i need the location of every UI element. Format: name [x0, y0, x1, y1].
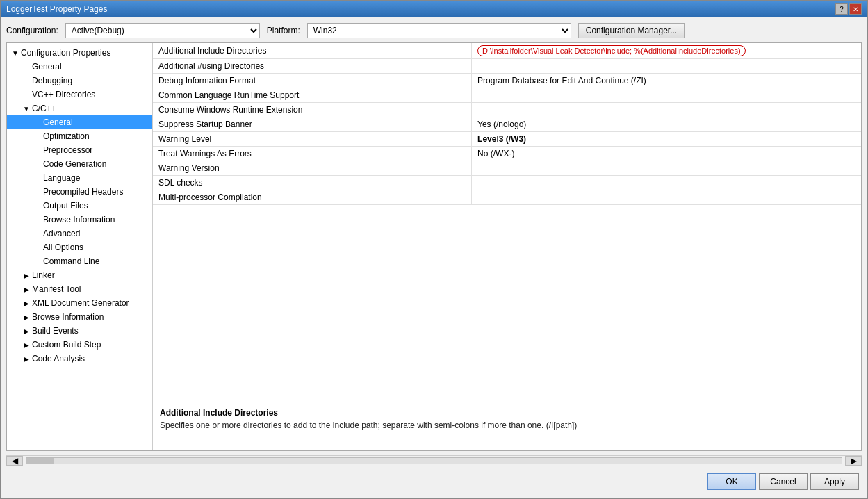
sidebar-item-build-events[interactable]: ▶ Build Events [7, 324, 152, 338]
spacer-icon [32, 214, 43, 225]
sidebar-item-label: Build Events [32, 326, 79, 336]
sidebar-item-cpp-optimization[interactable]: Optimization [7, 129, 152, 143]
spacer-icon [21, 89, 32, 100]
apply-button[interactable]: Apply [810, 473, 859, 490]
sidebar-item-cpp-precompiled-headers[interactable]: Precompiled Headers [7, 185, 152, 199]
horizontal-scrollbar[interactable] [26, 457, 842, 464]
spacer-icon [32, 228, 43, 239]
prop-value: Program Database for Edit And Continue (… [472, 74, 861, 88]
properties-table: Additional Include DirectoriesD:\install… [153, 43, 861, 402]
scroll-right-button[interactable]: ▶ [845, 456, 862, 466]
description-bar: Additional Include Directories Specifies… [153, 402, 861, 450]
sidebar-item-label: VC++ Directories [32, 90, 95, 99]
main-content: ▼ Configuration Properties General Debug… [6, 42, 862, 451]
sidebar-item-label: Code Generation [43, 159, 106, 169]
sidebar: ▼ Configuration Properties General Debug… [7, 43, 153, 450]
sidebar-item-label: Precompiled Headers [43, 187, 123, 197]
sidebar-item-vcpp-directories[interactable]: VC++ Directories [7, 88, 152, 101]
cancel-button[interactable]: Cancel [759, 473, 808, 490]
spacer-icon [32, 172, 43, 183]
table-row[interactable]: SDL checks [153, 176, 861, 190]
prop-value [472, 88, 861, 103]
prop-name: Additional #using Directories [153, 59, 472, 74]
sidebar-item-linker[interactable]: ▶ Linker [7, 268, 152, 282]
table-row[interactable]: Consume Windows Runtime Extension [153, 103, 861, 117]
sidebar-item-label: Preprocessor [43, 145, 92, 155]
sidebar-item-cpp-language[interactable]: Language [7, 171, 152, 185]
sidebar-item-label: C/C++ [32, 104, 56, 113]
sidebar-item-cpp-command-line[interactable]: Command Line [7, 254, 152, 268]
table-row[interactable]: Warning LevelLevel3 (/W3) [153, 132, 861, 147]
sidebar-item-label: General [32, 62, 62, 72]
table-row[interactable]: Additional Include DirectoriesD:\install… [153, 43, 861, 59]
close-button[interactable]: ✕ [849, 3, 862, 15]
sidebar-item-label: Debugging [32, 76, 72, 85]
horizontal-scrollbar-area: ◀ ▶ [6, 455, 862, 465]
prop-name: Additional Include Directories [153, 43, 472, 59]
sidebar-item-label: Command Line [43, 256, 99, 266]
table-row[interactable]: Debug Information FormatProgram Database… [153, 74, 861, 88]
sidebar-item-xml-doc-gen[interactable]: ▶ XML Document Generator [7, 296, 152, 310]
sidebar-item-label: Output Files [43, 201, 88, 211]
sidebar-item-label: Optimization [43, 131, 90, 141]
prop-value: Yes (/nologo) [472, 117, 861, 132]
sidebar-item-custom-build-step[interactable]: ▶ Custom Build Step [7, 338, 152, 352]
sidebar-item-browse-information[interactable]: ▶ Browse Information [7, 310, 152, 324]
sidebar-item-label: Language [43, 173, 80, 183]
window-title: LoggerTest Property Pages [6, 4, 107, 14]
sidebar-item-debugging[interactable]: Debugging [7, 74, 152, 88]
sidebar-item-general[interactable]: General [7, 60, 152, 74]
table-row[interactable]: Warning Version [153, 161, 861, 176]
platform-select[interactable]: Win32 [307, 23, 571, 38]
properties-panel: Additional Include DirectoriesD:\install… [153, 43, 861, 450]
table-row[interactable]: Common Language RunTime Support [153, 88, 861, 103]
dialog-body: Configuration: Active(Debug) Platform: W… [1, 17, 867, 498]
prop-name: Multi-processor Compilation [153, 190, 472, 205]
description-title: Additional Include Directories [160, 408, 854, 418]
sidebar-item-code-analysis[interactable]: ▶ Code Analysis [7, 352, 152, 366]
prop-value: No (/WX-) [472, 147, 861, 161]
expand-icon: ▼ [21, 103, 32, 114]
platform-label: Platform: [267, 26, 300, 35]
prop-value [472, 103, 861, 117]
sidebar-item-cpp-all-options[interactable]: All Options [7, 240, 152, 254]
spacer-icon [32, 131, 43, 142]
bottom-buttons: OK Cancel Apply [6, 469, 862, 493]
sidebar-item-cpp-browse-info[interactable]: Browse Information [7, 213, 152, 227]
expand-icon: ▼ [10, 47, 21, 58]
config-manager-button[interactable]: Configuration Manager... [578, 23, 685, 38]
sidebar-item-label: Code Analysis [32, 354, 85, 363]
spacer-icon [32, 256, 43, 267]
main-window: LoggerTest Property Pages ? ✕ Configurat… [0, 0, 868, 499]
sidebar-item-cpp-advanced[interactable]: Advanced [7, 227, 152, 240]
sidebar-item-cpp[interactable]: ▼ C/C++ [7, 101, 152, 115]
sidebar-item-cpp-output-files[interactable]: Output Files [7, 199, 152, 213]
table-row[interactable]: Multi-processor Compilation [153, 190, 861, 205]
expand-icon: ▶ [21, 284, 32, 295]
expand-icon: ▶ [21, 270, 32, 281]
sidebar-item-label: Custom Build Step [32, 340, 101, 350]
help-button[interactable]: ? [835, 3, 848, 15]
spacer-icon [32, 186, 43, 197]
scroll-left-button[interactable]: ◀ [6, 456, 23, 466]
sidebar-item-manifest-tool[interactable]: ▶ Manifest Tool [7, 282, 152, 296]
table-row[interactable]: Additional #using Directories [153, 59, 861, 74]
sidebar-item-cpp-preprocessor[interactable]: Preprocessor [7, 143, 152, 157]
table-row[interactable]: Treat Warnings As ErrorsNo (/WX-) [153, 147, 861, 161]
ok-button[interactable]: OK [707, 473, 756, 490]
sidebar-item-label: Advanced [43, 229, 80, 238]
sidebar-item-config-properties[interactable]: ▼ Configuration Properties [7, 46, 152, 60]
prop-value [472, 176, 861, 190]
spacer-icon [21, 61, 32, 72]
prop-value: Level3 (/W3) [472, 132, 861, 147]
sidebar-item-cpp-code-generation[interactable]: Code Generation [7, 157, 152, 171]
prop-name: Warning Level [153, 132, 472, 147]
configuration-select[interactable]: Active(Debug) [65, 23, 260, 38]
sidebar-item-label: XML Document Generator [32, 298, 129, 308]
prop-name: Suppress Startup Banner [153, 117, 472, 132]
expand-icon: ▶ [21, 325, 32, 336]
spacer-icon [32, 145, 43, 156]
sidebar-item-label: Browse Information [32, 312, 104, 322]
table-row[interactable]: Suppress Startup BannerYes (/nologo) [153, 117, 861, 132]
sidebar-item-cpp-general[interactable]: General [7, 115, 152, 129]
